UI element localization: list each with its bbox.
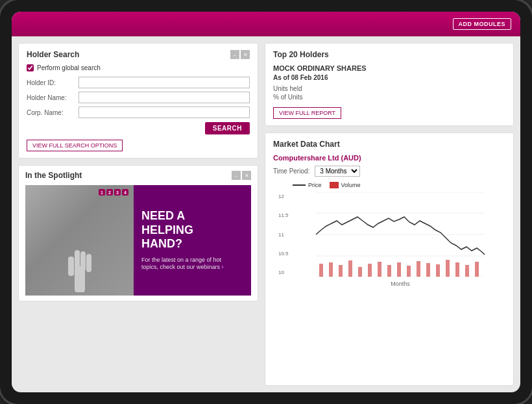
top20-date: As of 08 Feb 2016 [273,74,505,81]
top20-security: MOCK ORDINARY SHARES [273,64,505,72]
price-legend: Price [293,182,322,188]
top20-title: Top 20 Holders [273,50,329,59]
global-search-checkbox[interactable] [27,64,34,71]
svg-rect-22 [436,264,440,277]
chart-company: Computershare Ltd (AUD) [273,154,505,162]
chart-controls: Time Period: 1 Month 3 Months 6 Months 1… [273,166,505,177]
spotlight-close-button[interactable]: ✕ [242,171,251,180]
left-column: Holder Search – ✕ Perform global search … [18,43,258,386]
svg-rect-10 [319,264,323,277]
chart-container: 12 11.5 11 10.5 10 [278,192,505,287]
time-period-select[interactable]: 1 Month 3 Months 6 Months 1 Year [315,166,360,177]
holder-id-label: Holder ID: [27,79,79,86]
dot-2[interactable]: 2 [106,189,113,196]
banner-content: NEED AHELPINGHAND? For the latest on a r… [134,185,251,296]
holder-search-header: Holder Search – ✕ [27,50,250,59]
svg-rect-1 [68,257,74,276]
y-label-11: 11 [278,232,293,238]
holder-search-card: Holder Search – ✕ Perform global search … [18,43,258,158]
spotlight-header: In the Spotlight – ✕ [25,171,251,180]
chart-legend: Price Volume [293,182,505,188]
svg-rect-24 [455,262,459,277]
view-full-report-link[interactable]: VIEW FULL REPORT [273,107,341,119]
holder-name-row: Holder Name: [27,92,250,103]
units-held-row: Units held [273,85,505,92]
top-bar: ADD MODULES [12,12,520,36]
hand-image [25,185,134,296]
banner-image: 1 2 3 4 [25,185,134,296]
spotlight-title: In the Spotlight [25,171,82,180]
add-modules-button[interactable]: ADD MODULES [453,18,512,30]
holder-id-input[interactable] [79,77,250,88]
search-button-row: SEARCH [27,122,250,134]
svg-rect-26 [475,262,479,277]
card-controls: – ✕ [230,50,250,59]
corp-name-label: Corp. Name: [27,109,79,116]
view-full-search-link[interactable]: VIEW FULL SEARCH OPTIONS [27,140,123,151]
y-label-115: 11.5 [278,212,293,218]
main-content: Holder Search – ✕ Perform global search … [12,36,520,392]
price-legend-line [293,184,306,186]
market-chart-title: Market Data Chart [273,140,340,149]
y-label-105: 10.5 [278,251,293,257]
minimize-button[interactable]: – [230,50,239,59]
corp-name-input[interactable] [79,107,250,118]
y-label-10: 10 [278,270,293,275]
top20-header: Top 20 Holders [273,50,505,59]
holder-name-label: Holder Name: [27,94,79,101]
banner-title: NEED AHELPINGHAND? [141,209,193,251]
svg-rect-14 [358,267,362,277]
holder-name-input[interactable] [79,92,250,103]
svg-rect-4 [86,254,91,272]
svg-rect-23 [446,260,450,277]
svg-rect-3 [80,251,86,271]
tablet-frame: ADD MODULES Holder Search – ✕ [0,0,532,404]
dot-1[interactable]: 1 [99,189,105,196]
top20-card: Top 20 Holders MOCK ORDINARY SHARES As o… [265,43,514,126]
time-period-label: Time Period: [273,168,309,175]
svg-rect-12 [339,265,343,277]
global-search-row: Perform global search [27,64,250,71]
y-axis: 12 11.5 11 10.5 10 [278,192,293,277]
svg-rect-25 [465,265,469,277]
search-button[interactable]: SEARCH [205,122,250,134]
dot-navigation: 1 2 3 4 [99,189,128,196]
chart-svg-container: Months [295,192,505,287]
svg-rect-18 [397,262,401,277]
svg-rect-13 [348,260,352,277]
volume-legend-box [330,182,339,188]
svg-rect-16 [378,262,381,277]
svg-rect-15 [368,264,372,277]
tablet-inner: ADD MODULES Holder Search – ✕ [12,12,520,392]
spotlight-controls: – ✕ [232,171,251,180]
x-axis-label: Months [295,281,505,287]
corp-name-row: Corp. Name: [27,107,250,118]
pct-units-row: % of Units [273,94,505,101]
volume-legend: Volume [330,182,361,188]
svg-rect-17 [387,265,391,277]
price-legend-label: Price [308,182,322,188]
volume-legend-label: Volume [341,182,361,188]
right-column: Top 20 Holders MOCK ORDINARY SHARES As o… [265,43,514,386]
chart-svg [295,192,505,277]
banner-subtitle: For the latest on a range of hottopics, … [141,257,224,271]
spotlight-minimize-button[interactable]: – [232,171,241,180]
dot-3[interactable]: 3 [114,189,121,196]
market-chart-header: Market Data Chart [273,140,505,149]
svg-rect-20 [417,261,420,277]
spotlight-banner: 1 2 3 4 [25,185,251,296]
svg-rect-21 [426,263,430,277]
close-button[interactable]: ✕ [241,50,250,59]
market-chart-card: Market Data Chart Computershare Ltd (AUD… [265,133,514,386]
y-label-12: 12 [278,194,293,199]
global-search-label: Perform global search [37,64,101,71]
banner-link[interactable]: › [222,264,224,270]
svg-rect-11 [329,262,333,277]
spotlight-card: In the Spotlight – ✕ 1 2 3 [18,165,258,301]
svg-rect-2 [75,250,80,271]
holder-search-title: Holder Search [27,50,79,59]
dot-4[interactable]: 4 [122,189,128,196]
holder-id-row: Holder ID: [27,77,250,88]
svg-rect-19 [407,266,411,277]
